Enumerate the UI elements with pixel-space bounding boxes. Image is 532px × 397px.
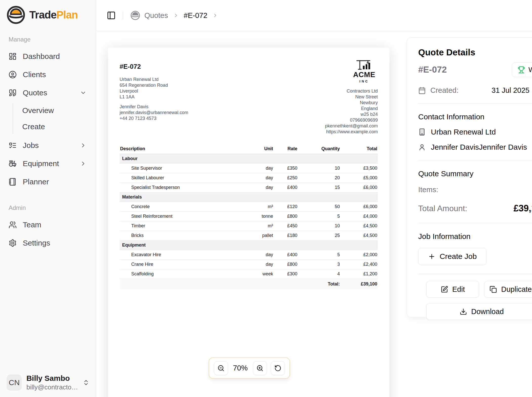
sidebar-item-label: Clients: [23, 70, 46, 79]
calendar-icon: [418, 87, 426, 94]
edit-label: Edit: [452, 285, 465, 294]
created-label: Created:: [430, 86, 458, 95]
sidebar: TradePlan Manage Dashboard Clients Quote…: [0, 0, 96, 397]
copy-icon: [490, 286, 497, 293]
section-row-materials: Materials: [120, 192, 378, 202]
list-todo-icon: [9, 141, 17, 149]
total-label: Total:: [298, 279, 340, 290]
table-row: Specialist Tradespersonday£40015£6,000: [120, 183, 378, 192]
sidebar-item-label: Dashboard: [23, 52, 60, 61]
quote-document-preview: #E-072 Urban Renewal Ltd654 Regeneration…: [108, 48, 389, 397]
total-value: £39,100: [340, 279, 378, 290]
zoom-toolbar: 70%: [209, 357, 290, 379]
zoom-out-button[interactable]: [214, 361, 228, 375]
user-name: Billy Sambo: [26, 374, 78, 383]
user-meta: Billy Sambo billy@contracto…: [26, 374, 78, 391]
table-row: Skilled Labourerday£25020£5,000: [120, 173, 378, 183]
sidebar-item-team[interactable]: Team: [5, 217, 91, 233]
section-row-labour: Labour: [120, 154, 378, 164]
quote-items-table: Description Unit Rate Quantity Total Lab…: [120, 144, 378, 289]
table-row: Concretem³£12050£6,000: [120, 202, 378, 212]
sidebar-item-jobs[interactable]: Jobs: [5, 138, 91, 153]
create-job-label: Create Job: [440, 252, 477, 261]
chevron-right-icon: [79, 142, 87, 149]
client-name-address: Urban Renewal Ltd654 Regeneration Road L…: [120, 77, 188, 100]
download-icon: [460, 308, 467, 315]
sidebar-item-planner[interactable]: Planner: [5, 174, 91, 190]
table-row: Steel Reinforcementtonne£8005£4,000: [120, 212, 378, 221]
status-badge: Won: [512, 62, 532, 77]
sidebar-item-quotes-create[interactable]: Create: [22, 119, 91, 134]
sidebar-item-label: Planner: [23, 178, 49, 186]
sidebar-item-quotes-overview[interactable]: Overview: [22, 103, 91, 118]
col-rate: Rate: [274, 144, 298, 154]
download-label: Download: [471, 307, 504, 316]
quotes-submenu: Overview Create: [13, 103, 91, 134]
zoom-out-icon: [217, 365, 225, 372]
create-job-button[interactable]: Create Job: [418, 248, 486, 265]
contact-company: Urban Renewal Ltd: [431, 128, 496, 136]
breadcrumb-quotes[interactable]: Quotes: [144, 11, 168, 20]
zoom-level: 70%: [232, 364, 249, 372]
zoom-in-icon: [256, 365, 263, 372]
sidebar-item-label: Quotes: [23, 89, 47, 97]
divider: [123, 11, 123, 19]
tractor-icon: [9, 160, 17, 168]
sidebar-item-settings[interactable]: Settings: [5, 235, 91, 251]
duplicate-label: Duplicate: [501, 285, 532, 294]
table-total-row: Total:£39,100: [120, 279, 378, 290]
divider: [418, 103, 532, 103]
brand-logo[interactable]: TradePlan: [0, 0, 96, 25]
brand-name: TradePlan: [29, 9, 78, 21]
chevron-right-icon: [212, 13, 218, 18]
edit-button[interactable]: Edit: [426, 281, 479, 298]
items-label: Items:: [418, 186, 532, 194]
topbar: Quotes #E-072: [96, 0, 532, 31]
status-badge-label: Won: [528, 66, 532, 74]
sidebar-item-clients[interactable]: Clients: [5, 67, 91, 82]
sidebar-item-quotes[interactable]: Quotes: [5, 85, 91, 101]
nav-group-manage: Manage: [5, 36, 91, 43]
edit-pen-icon: [441, 286, 448, 293]
table-row: Excavator Hireday£4005£2,000: [120, 250, 378, 260]
user-menu[interactable]: CN Billy Sambo billy@contracto…: [4, 372, 92, 393]
chevron-right-icon: [173, 13, 179, 18]
table-header-row: Description Unit Rate Quantity Total: [120, 144, 378, 154]
sidebar-nav: Manage Dashboard Clients Quotes Overview…: [0, 25, 96, 251]
hardhat-logo-icon: [6, 5, 26, 25]
total-amount-value: £39,100: [514, 203, 532, 214]
section-row-equipment: Equipment: [120, 240, 378, 250]
quote-icon: [9, 89, 17, 97]
document-header: #E-072 Urban Renewal Ltd654 Regeneration…: [120, 59, 378, 135]
sidebar-item-label: Equipment: [23, 159, 59, 168]
job-info-title: Job Information: [418, 232, 532, 241]
contact-info-title: Contact Information: [418, 113, 532, 121]
dashboard-icon: [9, 52, 17, 60]
notebook-icon: [9, 178, 17, 186]
action-buttons: Edit Duplicate: [426, 281, 532, 298]
zoom-reset-button[interactable]: [271, 361, 285, 375]
contact-name: Jennifer DavisJennifer Davis: [431, 143, 527, 151]
sidebar-toggle-icon[interactable]: [107, 11, 116, 20]
users-icon: [9, 221, 17, 229]
plus-icon: [428, 253, 435, 260]
chevron-right-icon: [79, 160, 87, 167]
panel-quote-number: #E-072: [418, 64, 447, 74]
sidebar-item-equipment[interactable]: Equipment: [5, 156, 91, 171]
company-block: ACME INC Contractors Ltd New Street Newb…: [325, 59, 378, 135]
table-row: Site Supervisorday£35010£3,500: [120, 164, 378, 173]
building-icon: [418, 128, 426, 136]
total-amount-row: Total Amount: £39,100: [418, 203, 532, 214]
download-button[interactable]: Download: [426, 303, 532, 320]
contact-person-row: Jennifer DavisJennifer Davis: [418, 143, 532, 151]
divider: [418, 160, 532, 160]
sidebar-item-label: Settings: [23, 239, 50, 247]
duplicate-button[interactable]: Duplicate: [484, 281, 532, 298]
table-row: Crane Hireday£8003£2,400: [120, 260, 378, 269]
company-address: Contractors Ltd New Street Newbury Engla…: [325, 88, 378, 135]
user-email: billy@contracto…: [26, 383, 78, 391]
table-row: Brickspallet£18025£4,500: [120, 231, 378, 240]
zoom-in-button[interactable]: [253, 361, 267, 375]
sidebar-item-dashboard[interactable]: Dashboard: [5, 49, 91, 64]
user-icon: [418, 143, 426, 151]
